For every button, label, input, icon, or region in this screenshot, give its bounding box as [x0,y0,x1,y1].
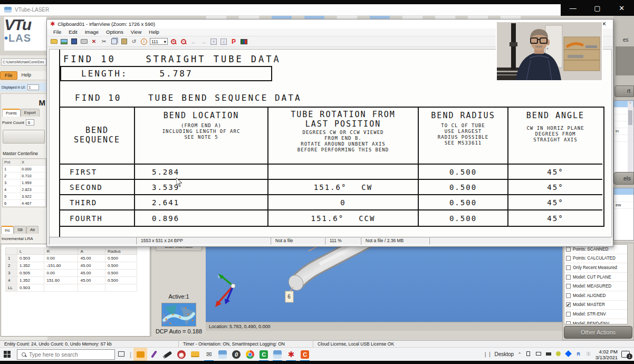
tray-usb-icon[interactable] [525,351,532,357]
taskbar-mail-icon[interactable]: ✉ [202,348,216,361]
table-row[interactable]: 41.352151.6045.000.500 [6,277,137,284]
taskbar-folder-orange-icon[interactable] [133,348,147,361]
checkbox-row[interactable]: Points: CALCULATED [564,254,627,264]
taskbar-pen-icon[interactable] [147,348,161,361]
search-input[interactable] [29,351,103,358]
checkbox[interactable] [566,284,571,289]
checkbox-row[interactable]: Model: ALIGNED [564,291,627,301]
iv-menu-help[interactable]: Help [146,28,162,36]
taskbar-camtasia-rec-icon[interactable]: C [298,348,312,361]
taskbar-irfanview-icon[interactable]: ✱ [284,348,298,361]
tray-display-icon[interactable] [535,351,542,357]
tab-points[interactable]: Points [2,109,21,117]
taskbar-chrome-icon[interactable] [243,348,257,361]
table-row[interactable]: 10.5030.0045.000.500 [6,255,137,262]
print-icon[interactable] [80,38,88,45]
zoom-in-icon[interactable]: + [169,38,178,45]
taskbar-camtasia-icon[interactable]: C [257,348,271,361]
checkbox-row[interactable]: Model: STR-ENV [564,310,627,319]
tray-dropbox-icon[interactable] [565,351,572,357]
point-count-value[interactable]: 6 [26,119,34,126]
checkbox-row[interactable]: ✔Model: MASTER [564,301,627,310]
table-row[interactable]: LL0.503 [6,284,137,292]
taskbar-hilma-icon[interactable]: 0 [229,348,243,361]
checkbox-row[interactable]: Model: BEND-ENV [564,319,627,324]
checkbox-row[interactable]: Model: MEASURED [564,282,627,291]
taskbar-search[interactable] [17,349,115,360]
undo-icon[interactable]: ↺ [130,38,138,45]
minimize-button[interactable]: — [565,4,581,12]
vtube-titlebar[interactable]: VTube-LASER [0,4,561,16]
iv-menu-options[interactable]: Options [103,28,127,36]
task-view-button[interactable] [115,351,128,358]
taskbar-vtube2-icon[interactable] [271,348,284,361]
checkbox-row[interactable]: Model: CUT PLANE [564,273,627,282]
table-row[interactable]: 31.959 [3,179,46,186]
checkbox[interactable] [566,275,571,280]
taskbar-usb-icon[interactable] [161,348,175,361]
table-row[interactable]: 53.922 [3,193,46,200]
iv-menu-edit[interactable]: Edit [65,28,80,36]
open-image-icon[interactable] [60,38,68,45]
last-image-icon[interactable]: ↓ [219,38,228,45]
checkbox[interactable] [566,321,571,324]
taskbar-recorder-icon[interactable]: ◉ [175,348,188,361]
table-row[interactable]: 30.5050.0045.000.500 [6,270,137,277]
dcp-thumbnail[interactable] [161,303,196,327]
start-button[interactable] [0,348,14,361]
paste-icon[interactable] [120,38,128,45]
tab-inc[interactable]: Inc [1,226,14,234]
taskbar-vtube-icon[interactable] [216,348,229,361]
tray-key-icon[interactable]: ⚿ [585,351,592,357]
first-image-icon[interactable]: ↑ [209,38,218,45]
save-icon[interactable] [70,38,78,45]
tray-expand-icon[interactable]: ⌃ [517,352,522,357]
scrollbar[interactable]: ^ [628,101,633,183]
fragment-button-rt[interactable]: rt [614,85,634,97]
taskbar-file-explorer-icon[interactable] [188,348,202,361]
checkbox[interactable] [566,247,571,252]
table-row[interactable]: 42.823 [3,186,46,193]
forward-icon[interactable]: → [199,38,208,45]
iv-menu-image[interactable]: Image [82,28,102,36]
maximize-button[interactable]: ▢ [589,4,605,12]
other-actions-button[interactable]: Other Actions [564,326,632,339]
table-row[interactable]: 20.710 [3,173,46,179]
desktop-toggle[interactable]: ❘❘Desktop [483,351,514,357]
tray-status-icon[interactable] [555,351,562,357]
tray-clock[interactable]: 4:02 PM3/13/2021 [595,349,618,360]
delete-icon[interactable]: ✕ [90,38,98,45]
open-folder-icon[interactable] [50,38,58,45]
tray-battery-icon[interactable] [545,351,552,357]
checkbox[interactable] [566,312,571,317]
menu-help[interactable]: Help [17,71,36,80]
zoom-out-icon[interactable]: − [179,38,188,45]
panel-button[interactable] [3,130,45,143]
checkbox-row[interactable]: Only Recent Measured [564,263,627,273]
zoom-select[interactable]: 111▾ [150,38,168,45]
tray-r-icon[interactable]: R [575,351,582,357]
notification-icon[interactable]: 1 [621,351,630,358]
fragment-tab-els[interactable]: els [613,172,634,185]
copy-icon[interactable] [110,38,118,45]
project-path-field[interactable]: C:\Users\MichaelCone\Des [1,59,46,65]
checkbox[interactable] [566,256,571,261]
iv-menu-view[interactable]: View [128,28,145,36]
tab-export[interactable]: Export [21,109,40,117]
iv-menu-file[interactable]: File [50,28,64,36]
displayed-in-ui-value[interactable]: 1 [27,84,39,90]
table-row[interactable]: 10.000 [3,166,46,173]
info-icon[interactable]: i [140,38,148,45]
checkbox[interactable] [566,265,571,270]
menu-file[interactable]: File [0,71,17,80]
table-row[interactable]: 64.467 [3,200,46,207]
table-row[interactable]: 21.352-151.6045.000.500 [6,262,137,270]
close-button[interactable]: ✕ [614,4,630,12]
checkbox[interactable] [566,293,571,298]
tab-sb[interactable]: SB [14,226,26,234]
cut-icon[interactable]: ✂ [100,38,108,45]
paint-dialog-icon[interactable]: P [229,38,238,45]
3d-viewport[interactable]: 6 Y [206,244,593,322]
checkbox-checked[interactable]: ✔ [566,302,571,307]
palette-icon[interactable] [239,38,248,45]
